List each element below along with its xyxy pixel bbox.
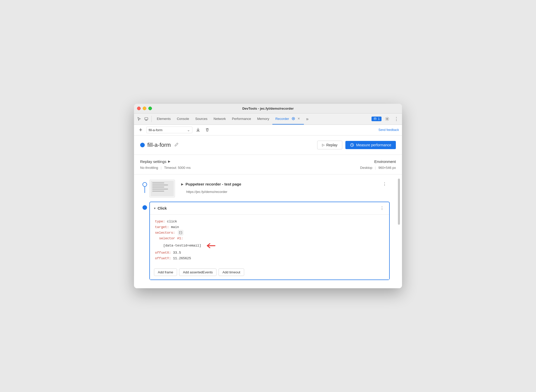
thumb-line-2 [152, 184, 168, 185]
step-click-expand[interactable]: ▾ [154, 207, 156, 210]
device-icon[interactable] [143, 116, 149, 122]
step-navigate-expand[interactable]: ▶ [181, 182, 183, 186]
more-options-icon[interactable]: ⋮ [393, 115, 400, 122]
recording-title-area: fill-a-form [140, 141, 180, 149]
thumbnail-inner [151, 181, 174, 196]
step-click-circle [142, 205, 147, 210]
tab-memory[interactable]: Memory [254, 113, 272, 125]
selector-icon-button[interactable] [178, 230, 183, 235]
recorder-tab-close[interactable]: ✕ [297, 116, 301, 121]
scrollbar-thumb[interactable] [398, 179, 400, 225]
tab-elements[interactable]: Elements [154, 113, 174, 125]
maximize-button[interactable] [148, 107, 152, 110]
step-click-code: type: click target: main selectors: [150, 214, 389, 266]
step-navigate: ▶ Puppeteer recorder - test page ⋮ https… [134, 174, 402, 198]
tab-network[interactable]: Network [211, 113, 229, 125]
steps-container: ▶ Puppeteer recorder - test page ⋮ https… [134, 174, 402, 288]
env-divider: | [375, 166, 376, 170]
thumb-line-4 [152, 189, 168, 190]
tab-overflow-btn[interactable]: » [304, 116, 311, 122]
code-offsetY-line: offsetY: 11.265625 [155, 256, 384, 261]
tabs-right-actions: 1 ⋮ [372, 115, 400, 122]
step-click-more-btn[interactable]: ⋮ [379, 205, 385, 211]
cursor-icon[interactable] [136, 116, 142, 122]
code-selector1-val-line: [data-testid=email] [155, 241, 384, 250]
settings-icon[interactable] [384, 115, 391, 122]
environment-section: Environment Desktop | 960×546 px [360, 159, 396, 170]
recording-name: fill-a-form [147, 142, 171, 148]
notification-badge[interactable]: 1 [372, 117, 382, 121]
replay-settings-toggle[interactable]: Replay settings ▶ [140, 159, 191, 164]
step-navigate-more-btn[interactable]: ⋮ [382, 181, 388, 187]
toolbar: + fill-a-form ⌄ Send feedback [134, 125, 402, 136]
step-click-title: Click [158, 206, 167, 210]
step-click-content: ▾ Click ⋮ type: click target: [149, 202, 390, 280]
chevron-down-icon: ⌄ [187, 128, 190, 132]
settings-arrow-icon: ▶ [168, 160, 170, 163]
thumb-line-5 [152, 191, 164, 192]
red-arrow-indicator [205, 241, 215, 250]
measure-performance-button[interactable]: Measure performance [345, 141, 396, 149]
step-navigate-circle [142, 182, 147, 187]
step-navigate-line [145, 187, 145, 193]
step-click: ▾ Click ⋮ type: click target: [134, 200, 402, 280]
main-content: fill-a-form ▷ Replay [134, 136, 402, 288]
add-frame-button[interactable]: Add frame [154, 269, 177, 276]
code-offsetX-line: offsetX: 33.5 [155, 250, 384, 256]
step-click-title-area: ▾ Click [154, 206, 167, 210]
code-selectors-line: selectors: [155, 230, 384, 236]
svg-rect-1 [146, 120, 147, 120]
step-navigate-timeline [140, 179, 149, 187]
delete-recording-button[interactable] [204, 126, 211, 133]
svg-rect-0 [145, 118, 148, 120]
step-navigate-content: ▶ Puppeteer recorder - test page ⋮ https… [179, 179, 402, 196]
step-navigate-thumbnail [149, 180, 175, 198]
step-navigate-title-area: ▶ Puppeteer recorder - test page [181, 182, 241, 186]
edit-recording-name-button[interactable] [173, 141, 180, 149]
add-asserted-events-button[interactable]: Add assertedEvents [179, 269, 217, 276]
step-navigate-title: Puppeteer recorder - test page [185, 182, 241, 186]
replay-settings-section: Replay settings ▶ No throttling | Timeou… [140, 159, 191, 170]
svg-point-3 [293, 118, 294, 119]
header-actions: ▷ Replay Measure performance [317, 141, 396, 149]
code-type-line: type: click [155, 219, 384, 224]
step-click-action-buttons: Add frame Add assertedEvents Add timeout [150, 265, 389, 280]
replay-button[interactable]: ▷ Replay [317, 141, 342, 149]
play-icon: ▷ [322, 143, 325, 147]
code-target-line: target: main [155, 224, 384, 230]
recording-selector[interactable]: fill-a-form ⌄ [146, 127, 192, 133]
svg-rect-6 [179, 231, 182, 234]
step-click-header: ▾ Click ⋮ [150, 202, 389, 214]
environment-label: Environment [360, 159, 396, 164]
scrollbar-track[interactable] [398, 174, 400, 288]
window-title: DevTools - jec.fyi/demo/recorder [242, 107, 294, 110]
export-recording-button[interactable] [194, 126, 202, 133]
code-selector1-label-line: selector #1: [155, 236, 384, 241]
tab-console[interactable]: Console [174, 113, 192, 125]
nav-icons [136, 116, 152, 122]
tab-performance[interactable]: Performance [229, 113, 254, 125]
devtools-window: DevTools - jec.fyi/demo/recorder Element… [134, 104, 402, 288]
recording-header: fill-a-form ▷ Replay [134, 136, 402, 155]
step-navigate-subtitle: https://jec.fyi/demo/recorder [179, 190, 390, 196]
minimize-button[interactable] [143, 107, 146, 110]
environment-info: Desktop | 960×546 px [360, 166, 396, 170]
send-feedback-link[interactable]: Send feedback [378, 128, 399, 132]
tab-sources[interactable]: Sources [192, 113, 211, 125]
tab-recorder[interactable]: Recorder ✕ [272, 113, 304, 125]
traffic-lights [137, 107, 152, 110]
thumb-line-3 [152, 187, 164, 188]
settings-divider: | [161, 166, 161, 170]
settings-panel: Replay settings ▶ No throttling | Timeou… [134, 155, 402, 174]
add-timeout-button[interactable]: Add timeout [219, 269, 244, 276]
step-navigate-header: ▶ Puppeteer recorder - test page ⋮ [179, 179, 390, 190]
close-button[interactable] [137, 107, 141, 110]
step-click-timeline [140, 202, 149, 210]
devtools-tabs-bar: Elements Console Sources Network Perform… [134, 114, 402, 125]
title-bar: DevTools - jec.fyi/demo/recorder [134, 104, 402, 114]
settings-info: No throttling | Timeout: 5000 ms [140, 166, 191, 170]
recording-status-dot [140, 143, 145, 147]
svg-point-4 [387, 118, 388, 120]
add-recording-button[interactable]: + [137, 126, 144, 133]
thumb-line-1 [152, 182, 164, 183]
